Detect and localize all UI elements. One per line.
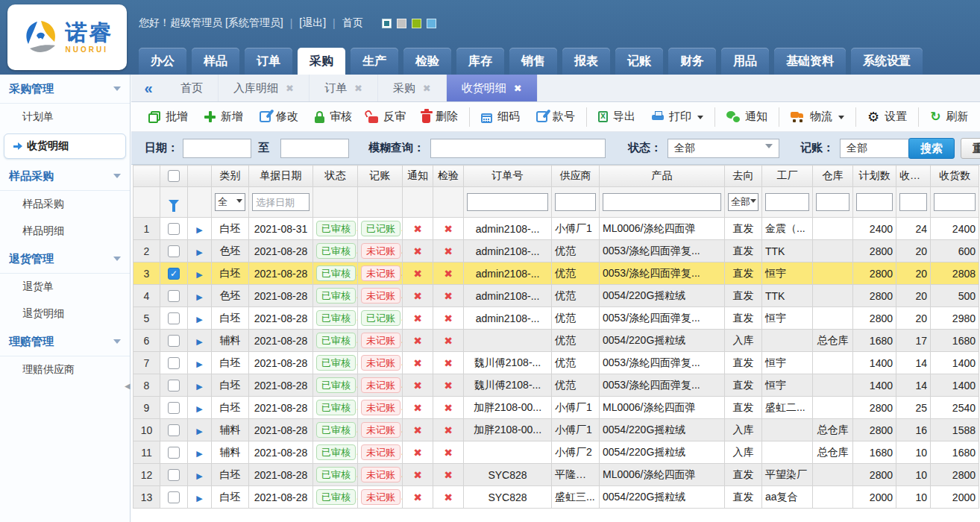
expand-arrow-icon[interactable]: ▶ [196, 427, 202, 435]
date-from-input[interactable] [183, 139, 251, 158]
row-checkbox[interactable] [168, 312, 180, 324]
expand-arrow-icon[interactable]: ▶ [196, 359, 202, 368]
sidebar-section-title-4[interactable]: 理赔管理 [0, 327, 130, 356]
filter-input-15[interactable] [856, 193, 893, 211]
filter-input-4[interactable] [252, 193, 310, 211]
sidebar-item-样品采购[interactable]: 样品采购 [0, 191, 130, 218]
table-row[interactable]: 6▶辅料2021-08-28已审核未记账✖✖优范0054/220G摇粒绒入库总仓… [134, 330, 979, 352]
filter-select-12[interactable]: 全部 [728, 193, 758, 211]
toolbar-button-款号[interactable]: 款号 [528, 106, 583, 128]
home-link[interactable]: 首页 [342, 16, 363, 30]
toolbar-button-导出[interactable]: 导出 [590, 106, 644, 128]
expand-arrow-icon[interactable]: ▶ [196, 404, 202, 413]
row-checkbox[interactable] [168, 380, 180, 392]
expand-arrow-icon[interactable]: ▶ [196, 494, 202, 503]
filter-input-17[interactable] [934, 193, 976, 211]
close-icon[interactable]: ✖ [423, 83, 431, 94]
row-checkbox[interactable] [168, 223, 180, 235]
close-icon[interactable]: ✖ [514, 83, 522, 94]
nav-tab-10[interactable]: 记账 [615, 48, 663, 75]
nav-tab-1[interactable]: 办公 [139, 48, 186, 75]
close-icon[interactable]: ✖ [286, 83, 294, 94]
nav-tab-13[interactable]: 基础资料 [774, 48, 846, 75]
toolbar-button-反审[interactable]: 反审 [360, 106, 414, 128]
sidebar-item-收货明细[interactable]: 收货明细 [4, 133, 126, 159]
nav-tab-4[interactable]: 采购 [298, 48, 345, 75]
search-button[interactable]: 搜索 [908, 138, 955, 159]
filter-select-3[interactable]: 全 [215, 193, 245, 211]
filter-input-11[interactable] [603, 193, 721, 211]
table-row[interactable]: 7▶白坯2021-08-28已审核未记账✖✖魏川傅2108-...优范0053/… [134, 352, 979, 374]
nav-tab-5[interactable]: 生产 [351, 48, 398, 75]
nav-tab-14[interactable]: 系统设置 [851, 48, 923, 75]
sidebar-item-理赔供应商[interactable]: 理赔供应商 [0, 356, 130, 383]
doc-tab-入库明细[interactable]: 入库明细✖ [219, 75, 310, 101]
filter-funnel-icon[interactable] [169, 200, 179, 206]
table-row[interactable]: 2▶色坯2021-08-28已审核未记账✖✖admin2108-...优范005… [134, 240, 979, 262]
sidebar-section-title-1[interactable]: 采购管理 [0, 75, 130, 104]
table-row[interactable]: 3▶白坯2021-08-28已审核未记账✖✖admin2108-...优范005… [134, 262, 979, 285]
nav-tab-7[interactable]: 库存 [456, 48, 504, 75]
doc-tab-收货明细[interactable]: 收货明细✖ [447, 75, 538, 101]
table-row[interactable]: 12▶白坯2021-08-28已审核未记账✖✖SYC828平隆纺织ML0006/… [134, 464, 979, 486]
nav-tab-11[interactable]: 财务 [668, 48, 716, 75]
row-checkbox[interactable] [168, 469, 180, 481]
expand-arrow-icon[interactable]: ▶ [196, 382, 202, 391]
toolbar-button-物流[interactable]: 物流 [782, 106, 852, 128]
table-row[interactable]: 8▶白坯2021-08-28已审核未记账✖✖魏川傅2108-...优范0053/… [134, 374, 979, 397]
toolbar-button-打印[interactable]: 打印 [644, 106, 712, 128]
sidebar-collapse-arrow[interactable]: ◀ [125, 382, 131, 390]
table-row[interactable]: 9▶白坯2021-08-28已审核未记账✖✖加胖2108-00...小傅厂1ML… [134, 397, 979, 419]
filter-input-13[interactable] [765, 193, 809, 211]
expand-arrow-icon[interactable]: ▶ [196, 270, 202, 279]
logout-link[interactable]: [退出] [299, 16, 326, 30]
table-row[interactable]: 13▶白坯2021-08-28已审核未记账✖✖SYC828盛虹三...0054/… [134, 486, 979, 509]
nav-tab-9[interactable]: 报表 [562, 48, 610, 75]
toolbar-button-修改[interactable]: 修改 [251, 106, 307, 128]
doc-tab-采购[interactable]: 采购✖ [378, 75, 447, 101]
expand-arrow-icon[interactable]: ▶ [196, 337, 202, 346]
close-icon[interactable]: ✖ [354, 83, 362, 94]
tab-scroll-back-icon[interactable]: « [131, 75, 166, 101]
filter-input-16[interactable] [899, 193, 927, 211]
toolbar-button-批增[interactable]: 批增 [140, 106, 196, 128]
row-checkbox[interactable] [168, 447, 180, 459]
expand-arrow-icon[interactable]: ▶ [196, 471, 202, 480]
theme-swatch-1[interactable] [382, 19, 392, 28]
fuzzy-search-input[interactable] [430, 139, 606, 158]
row-checkbox[interactable] [168, 402, 180, 414]
toolbar-button-设置[interactable]: ⚙设置 [859, 106, 915, 128]
nav-tab-6[interactable]: 检验 [403, 48, 451, 75]
expand-arrow-icon[interactable]: ▶ [196, 315, 202, 324]
expand-arrow-icon[interactable]: ▶ [196, 248, 202, 257]
filter-input-10[interactable] [555, 193, 596, 211]
expand-arrow-icon[interactable]: ▶ [196, 449, 202, 458]
nav-tab-2[interactable]: 样品 [192, 48, 239, 75]
table-row[interactable]: 5▶白坯2021-08-28已审核已记账✖✖admin2108-...优范005… [134, 307, 979, 330]
sidebar-section-title-3[interactable]: 退货管理 [0, 245, 130, 274]
sidebar-item-计划单[interactable]: 计划单 [0, 104, 130, 130]
filter-input-9[interactable] [467, 193, 548, 211]
table-row[interactable]: 1▶白坯2021-08-31已审核已记账✖✖admin2108-...小傅厂1M… [134, 218, 979, 240]
filter-input-14[interactable] [816, 193, 849, 211]
nav-tab-3[interactable]: 订单 [245, 48, 292, 75]
row-checkbox[interactable] [168, 290, 180, 302]
row-checkbox[interactable] [168, 424, 180, 436]
row-checkbox[interactable] [168, 245, 180, 257]
row-checkbox[interactable] [168, 268, 180, 280]
row-checkbox[interactable] [168, 357, 180, 369]
expand-arrow-icon[interactable]: ▶ [196, 225, 202, 234]
date-to-input[interactable] [280, 139, 349, 158]
reset-button[interactable]: 重置 [961, 138, 980, 159]
nav-tab-8[interactable]: 销售 [509, 48, 557, 75]
sidebar-item-退货明细[interactable]: 退货明细 [0, 301, 130, 327]
doc-tab-订单[interactable]: 订单✖ [310, 75, 378, 101]
nav-tab-12[interactable]: 用品 [721, 48, 769, 75]
status-select[interactable]: 全部 [668, 139, 779, 158]
toolbar-button-删除[interactable]: 删除 [414, 106, 466, 128]
table-row[interactable]: 10▶辅料2021-08-28已审核未记账✖✖加胖2108-00...小傅厂10… [134, 419, 979, 441]
toolbar-button-刷新[interactable]: ↻刷新 [922, 106, 976, 128]
select-all-checkbox[interactable] [168, 170, 180, 182]
row-checkbox[interactable] [168, 491, 180, 503]
theme-swatch-4[interactable] [427, 19, 436, 28]
